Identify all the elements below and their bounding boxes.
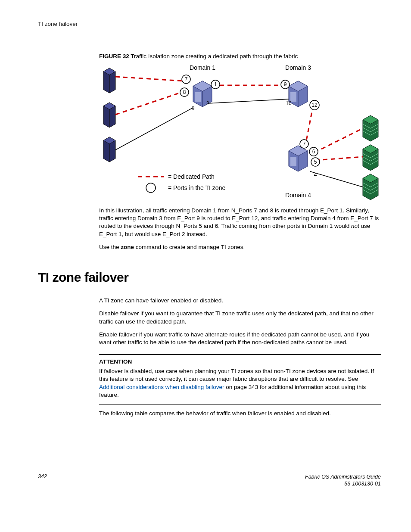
- host-icon: [103, 68, 115, 93]
- svg-text:5: 5: [314, 159, 317, 165]
- body-paragraph: Use the zone command to create and manag…: [99, 243, 381, 251]
- body-paragraph: Disable failover if you want to guarante…: [99, 310, 381, 325]
- main-content: FIGURE 32 Traffic Isolation zone creatin…: [99, 53, 381, 251]
- page-footer: 342 Fabric OS Administrators Guide 53-10…: [38, 473, 381, 488]
- legend-dedicated: = Dedicated Path: [168, 173, 215, 180]
- svg-line-22: [208, 99, 289, 103]
- storage-icon: [363, 145, 378, 171]
- body-paragraph: A TI zone can have failover enabled or d…: [99, 297, 381, 305]
- body-paragraph: The following table compares the behavio…: [99, 410, 381, 417]
- body-paragraph: In this illustration, all traffic enteri…: [99, 207, 381, 238]
- divider: [99, 404, 381, 404]
- svg-line-20: [315, 157, 363, 160]
- host-icon: [103, 137, 115, 162]
- figure-diagram: Domain 1 Domain 3 Domain 4 7 8 1 2 9 9 1…: [99, 64, 383, 202]
- storage-icon: [363, 115, 378, 141]
- svg-point-45: [146, 183, 156, 193]
- svg-text:1: 1: [214, 81, 217, 87]
- storage-icon: [363, 174, 378, 200]
- svg-text:4: 4: [314, 172, 317, 178]
- cross-reference-link[interactable]: Additional considerations when disabling…: [99, 384, 224, 390]
- domain3-label: Domain 3: [285, 64, 311, 71]
- svg-text:7: 7: [303, 141, 306, 147]
- running-head: TI zone failover: [38, 21, 381, 27]
- svg-line-23: [310, 171, 363, 187]
- svg-text:7: 7: [185, 76, 188, 82]
- legend-ports: = Ports in the TI zone: [168, 184, 225, 191]
- figure-label: FIGURE 32: [99, 53, 129, 59]
- svg-line-15: [115, 77, 184, 81]
- doc-number: 53-1003130-01: [344, 481, 381, 487]
- svg-text:9: 9: [192, 106, 195, 112]
- domain1-label: Domain 1: [190, 64, 215, 71]
- switch-icon: [193, 81, 212, 107]
- switch-icon: [289, 146, 308, 171]
- body-paragraph: Enable failover if you want traffic to h…: [99, 331, 381, 346]
- svg-text:12: 12: [311, 102, 318, 108]
- svg-text:9: 9: [284, 81, 287, 87]
- attention-text: If failover is disabled, use care when p…: [99, 367, 381, 399]
- svg-text:8: 8: [183, 89, 186, 95]
- section-body: A TI zone can have failover enabled or d…: [99, 297, 381, 417]
- figure-caption: FIGURE 32 Traffic Isolation zone creatin…: [99, 53, 381, 59]
- svg-line-16: [115, 91, 184, 115]
- svg-text:2: 2: [206, 100, 209, 106]
- svg-text:6: 6: [312, 149, 315, 155]
- doc-title: Fabric OS Administrators Guide: [305, 474, 381, 480]
- attention-label: ATTENTION: [99, 358, 381, 365]
- svg-text:10: 10: [286, 100, 292, 106]
- figure-caption-text: Traffic Isolation zone creating a dedica…: [131, 53, 298, 59]
- svg-line-19: [314, 128, 363, 152]
- domain4-label: Domain 4: [285, 192, 311, 199]
- page-number: 342: [38, 473, 47, 479]
- divider: [99, 354, 381, 355]
- host-icon: [103, 103, 115, 128]
- section-heading: TI zone failover: [38, 270, 381, 285]
- page: TI zone failover FIGURE 32 Traffic Isola…: [0, 0, 411, 498]
- svg-line-21: [115, 108, 193, 150]
